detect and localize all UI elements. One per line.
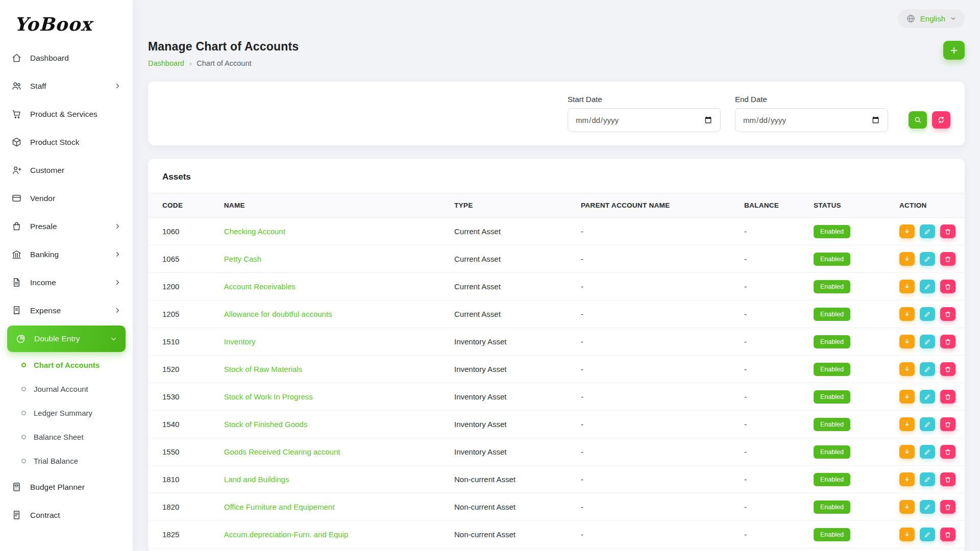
chevron-down-icon bbox=[950, 15, 957, 22]
sidebar-item-double-entry[interactable]: Double Entry bbox=[7, 325, 126, 352]
statement-button[interactable] bbox=[899, 390, 915, 404]
edit-button[interactable] bbox=[920, 335, 935, 348]
account-name-link[interactable]: Account Receivables bbox=[224, 282, 296, 291]
bullet-icon bbox=[21, 459, 26, 463]
pencil-icon bbox=[924, 338, 931, 345]
delete-button[interactable] bbox=[940, 362, 955, 376]
statement-button[interactable] bbox=[899, 528, 915, 541]
edit-button[interactable] bbox=[920, 390, 935, 404]
sidebar-item-ledger-summary[interactable]: Ledger Summary bbox=[0, 401, 133, 425]
main-content: English Manage Chart of Accounts Dashboa… bbox=[133, 0, 980, 551]
sidebar-item-product-services[interactable]: Product & Services bbox=[0, 100, 133, 128]
account-name-link[interactable]: Stock of Raw Materials bbox=[224, 365, 302, 373]
account-name-link[interactable]: Office Furniture and Equipement bbox=[224, 503, 335, 511]
statement-button[interactable] bbox=[899, 445, 915, 459]
delete-button[interactable] bbox=[940, 445, 955, 459]
sidebar-item-dashboard[interactable]: Dashboard bbox=[0, 44, 133, 72]
trash-icon bbox=[944, 476, 951, 483]
account-code: 1205 bbox=[148, 300, 216, 328]
statement-button[interactable] bbox=[899, 280, 915, 293]
sidebar-item-journal-account[interactable]: Journal Account bbox=[0, 377, 133, 401]
account-name-link[interactable]: Inventory bbox=[224, 337, 256, 346]
account-name-link[interactable]: Stock of Work In Progress bbox=[224, 392, 313, 401]
delete-button[interactable] bbox=[940, 500, 955, 514]
edit-button[interactable] bbox=[920, 472, 935, 486]
arrow-down-icon bbox=[903, 421, 911, 428]
sidebar-item-vendor[interactable]: Vendor bbox=[0, 184, 133, 212]
account-balance: - bbox=[736, 273, 805, 300]
account-balance: - bbox=[736, 411, 805, 438]
table-row: 1520 Stock of Raw Materials Inventory As… bbox=[148, 356, 965, 383]
sidebar-item-income[interactable]: Income bbox=[0, 268, 133, 296]
add-account-button[interactable]: + bbox=[943, 41, 965, 60]
sidebar-item-label: Budget Planner bbox=[30, 483, 85, 492]
sidebar-item-trial-balance[interactable]: Trial Balance bbox=[0, 449, 133, 473]
edit-button[interactable] bbox=[920, 224, 935, 238]
globe-icon bbox=[906, 14, 916, 23]
edit-button[interactable] bbox=[920, 252, 935, 266]
trash-icon bbox=[944, 366, 951, 373]
edit-button[interactable] bbox=[920, 445, 935, 459]
statement-button[interactable] bbox=[899, 500, 915, 514]
table-row: 1510 Inventory Inventory Asset - - Enabl… bbox=[148, 328, 965, 356]
sidebar-item-banking[interactable]: Banking bbox=[0, 240, 133, 268]
sidebar-item-staff[interactable]: Staff bbox=[0, 72, 133, 100]
edit-button[interactable] bbox=[920, 528, 935, 541]
section-title: Assets bbox=[148, 159, 965, 193]
delete-button[interactable] bbox=[940, 224, 955, 238]
statement-button[interactable] bbox=[899, 252, 915, 266]
account-name-link[interactable]: Allowance for doubtful accounts bbox=[224, 310, 332, 318]
delete-button[interactable] bbox=[940, 472, 955, 486]
account-name-link[interactable]: Petty Cash bbox=[224, 255, 261, 263]
account-code: 1060 bbox=[148, 218, 216, 245]
table-row: 1530 Stock of Work In Progress Inventory… bbox=[148, 383, 965, 411]
start-date-input[interactable] bbox=[568, 108, 721, 132]
parent-account-name: - bbox=[573, 245, 736, 273]
delete-button[interactable] bbox=[940, 252, 955, 266]
statement-button[interactable] bbox=[899, 224, 915, 238]
account-name-link[interactable]: Checking Account bbox=[224, 227, 285, 236]
sidebar-item-product-stock[interactable]: Product Stock bbox=[0, 128, 133, 156]
statement-button[interactable] bbox=[899, 362, 915, 376]
account-code: 1825 bbox=[148, 521, 216, 548]
receipt-icon bbox=[11, 305, 22, 316]
end-date-input[interactable] bbox=[735, 108, 888, 132]
edit-button[interactable] bbox=[920, 362, 935, 376]
account-name-link[interactable]: Goods Received Clearing account bbox=[224, 447, 340, 456]
account-balance: - bbox=[736, 218, 805, 245]
delete-button[interactable] bbox=[940, 390, 955, 404]
language-selector[interactable]: English bbox=[898, 9, 965, 28]
sidebar-item-balance-sheet[interactable]: Balance Sheet bbox=[0, 425, 133, 449]
sidebar-nav: Dashboard Staff Product & Services Produ… bbox=[0, 44, 133, 539]
sidebar-item-presale[interactable]: Presale bbox=[0, 212, 133, 240]
edit-button[interactable] bbox=[920, 307, 935, 321]
statement-button[interactable] bbox=[899, 307, 915, 321]
delete-button[interactable] bbox=[940, 280, 955, 293]
row-actions bbox=[899, 224, 957, 238]
edit-button[interactable] bbox=[920, 500, 935, 514]
account-type: Non-current Asset bbox=[446, 466, 573, 493]
brand-logo[interactable]: YoBoox bbox=[0, 0, 133, 44]
account-name-link[interactable]: Accum.depreciation-Furn. and Equip bbox=[224, 530, 348, 539]
sidebar-item-contract[interactable]: Contract bbox=[0, 501, 133, 529]
statement-button[interactable] bbox=[899, 335, 915, 348]
statement-button[interactable] bbox=[899, 472, 915, 486]
sidebar-item-customer[interactable]: Customer bbox=[0, 156, 133, 184]
account-name-link[interactable]: Land and Buildings bbox=[224, 475, 289, 484]
breadcrumb-dashboard-link[interactable]: Dashboard bbox=[148, 59, 184, 67]
delete-button[interactable] bbox=[940, 335, 955, 348]
statement-button[interactable] bbox=[899, 417, 915, 431]
sidebar-item-budget-planner[interactable]: Budget Planner bbox=[0, 473, 133, 501]
end-date-label: End Date bbox=[735, 95, 888, 104]
search-button[interactable] bbox=[909, 111, 927, 129]
account-name-link[interactable]: Stock of Finished Goods bbox=[224, 420, 307, 429]
edit-button[interactable] bbox=[920, 417, 935, 431]
delete-button[interactable] bbox=[940, 417, 955, 431]
delete-button[interactable] bbox=[940, 528, 955, 541]
refresh-button[interactable] bbox=[932, 111, 950, 129]
edit-button[interactable] bbox=[920, 280, 935, 293]
sidebar-item-expense[interactable]: Expense bbox=[0, 296, 133, 324]
sidebar-item-chart-of-accounts[interactable]: Chart of Accounts bbox=[0, 353, 133, 377]
pencil-icon bbox=[924, 476, 931, 483]
delete-button[interactable] bbox=[940, 307, 955, 321]
